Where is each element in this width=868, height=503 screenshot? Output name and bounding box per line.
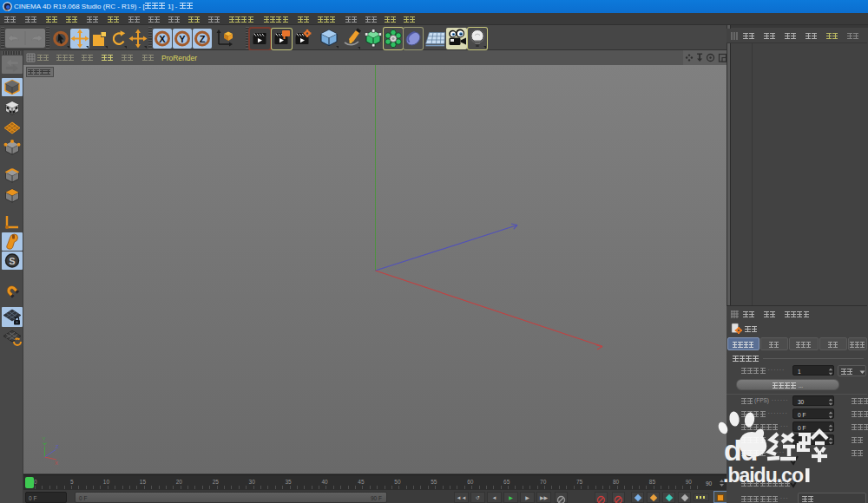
svg-text:X: X <box>55 461 58 466</box>
svg-text:.baidu.co: .baidu.co <box>723 464 804 487</box>
svg-text:Y: Y <box>179 33 186 43</box>
svg-text:Z: Z <box>56 444 59 449</box>
svg-text:S: S <box>9 256 15 266</box>
svg-text:du: du <box>724 434 757 467</box>
svg-text:X: X <box>159 33 166 43</box>
svg-text:Y: Y <box>43 436 46 441</box>
svg-text:Z: Z <box>200 33 206 43</box>
